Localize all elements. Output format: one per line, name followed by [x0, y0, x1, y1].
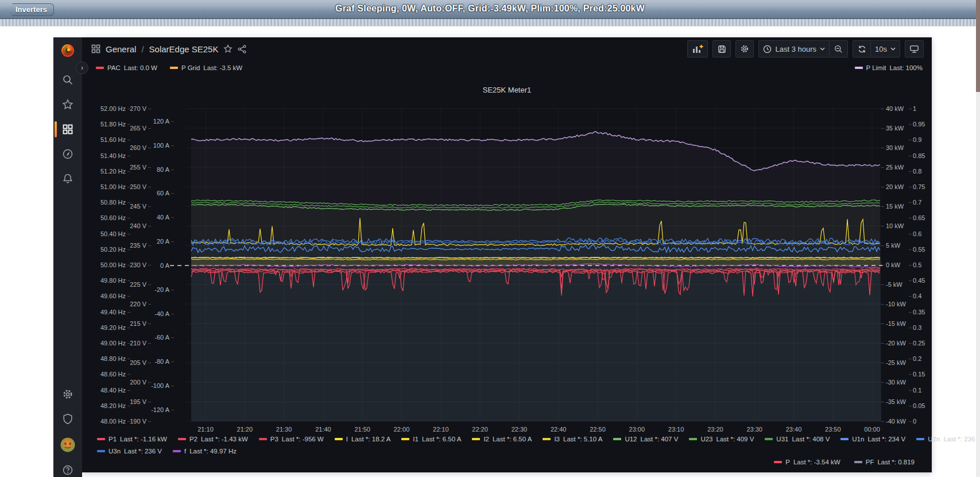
x-axis-label: 23:30 — [746, 426, 762, 433]
refresh-group: 10s — [853, 40, 900, 57]
axis-tick-mark — [909, 374, 912, 375]
legend-swatch — [96, 67, 104, 69]
share-icon[interactable] — [238, 45, 246, 53]
legend-item-p1[interactable]: P1Last *: -1.16 kW — [97, 436, 167, 443]
legend-item-i3[interactable]: I3Last *: 5.10 A — [543, 436, 602, 443]
legend-bottom-row-2: U3nLast *: 236 VfLast *: 49.97 Hz — [97, 448, 237, 455]
legend-value: Last *: -1.43 kW — [201, 436, 248, 443]
refresh-icon — [858, 45, 866, 53]
sidebar-item-dashboards[interactable] — [53, 120, 82, 139]
legend-item-u2n[interactable]: U2nLast *: 236 V — [916, 436, 980, 443]
sidebar-item-explore[interactable] — [53, 144, 82, 164]
sidebar-expand-button[interactable]: › — [76, 61, 88, 74]
time-range-button[interactable]: Last 3 hours — [758, 40, 830, 57]
legend-item-i[interactable]: ILast *: 18.2 A — [335, 436, 391, 443]
legend-item-u31[interactable]: U31Last *: 408 V — [765, 436, 830, 443]
axis-tick-mark — [909, 280, 912, 281]
axis-tick-label: 195 V — [106, 398, 146, 405]
x-axis-label: 22:40 — [551, 426, 567, 433]
axis-tick-mark — [148, 402, 151, 402]
axis-tick-mark — [881, 304, 884, 305]
legend-item-pf[interactable]: PFLast *: 0.819 — [854, 459, 915, 466]
legend-label: PF — [866, 459, 874, 466]
legend-item-i1[interactable]: I1Last *: 6.50 A — [401, 436, 461, 443]
axis-tick-label: 0.75 — [913, 183, 942, 190]
sidebar-item-search[interactable] — [53, 70, 82, 90]
legend-swatch — [689, 438, 697, 440]
axis-tick-mark — [171, 145, 174, 146]
legend-item-p2[interactable]: P2Last *: -1.43 kW — [178, 436, 248, 443]
axis-tick-label: 270 V — [106, 105, 146, 112]
grafana-logo-icon — [60, 43, 75, 58]
legend-swatch — [178, 438, 186, 440]
add-panel-button[interactable] — [687, 40, 708, 57]
axis-tick-mark — [909, 140, 912, 140]
legend-item-p-limit[interactable]: P LimitLast: 100% — [855, 64, 923, 71]
sidebar-item-starred[interactable] — [53, 95, 82, 114]
axis-tick-label: 30 kW — [886, 144, 915, 151]
axis-tick-mark — [127, 374, 130, 375]
axis-tick-label: 250 V — [106, 183, 146, 190]
legend-top-right: P LimitLast: 100% — [855, 64, 923, 71]
legend-value: Last *: 234 V — [867, 436, 905, 443]
legend-item-u12[interactable]: U12Last *: 407 V — [613, 436, 678, 443]
axis-tick-label: -30 kW — [886, 379, 915, 386]
axis-tick-mark — [881, 187, 884, 187]
save-dashboard-button[interactable] — [712, 40, 731, 57]
x-axis-label: 21:30 — [276, 426, 292, 433]
legend-item-p3[interactable]: P3Last *: -956 W — [259, 436, 324, 443]
dashboard-settings-button[interactable] — [735, 40, 754, 57]
legend-item-u3n[interactable]: U3nLast *: 236 V — [97, 448, 162, 455]
sidebar-item-configuration[interactable] — [53, 384, 82, 404]
legend-item-p[interactable]: PLast *: -3.54 kW — [774, 459, 840, 466]
legend-item-f[interactable]: fLast *: 49.97 Hz — [173, 448, 237, 455]
axis-tick-mark — [148, 109, 151, 109]
axis-tick-label: 0.05 — [913, 402, 942, 409]
refresh-button[interactable] — [853, 40, 871, 57]
legend-item-u1n[interactable]: U1nLast *: 234 V — [840, 436, 905, 443]
star-dashboard-icon[interactable] — [223, 44, 233, 53]
legend-swatch — [543, 438, 551, 440]
legend-item-pac[interactable]: PACLast: 0.0 W — [96, 64, 157, 71]
breadcrumb-section[interactable]: General — [106, 44, 136, 54]
sidebar-item-help[interactable] — [53, 460, 82, 477]
x-axis-label: 23:40 — [786, 426, 802, 433]
legend-value: Last *: 5.10 A — [563, 436, 602, 443]
axis-tick-label: 48.60 Hz — [86, 371, 126, 378]
shield-icon — [62, 413, 73, 425]
legend-swatch — [765, 438, 773, 440]
zoom-out-button[interactable] — [830, 40, 848, 57]
titlebar-stripe-band — [0, 19, 980, 26]
legend-swatch — [472, 438, 480, 440]
axis-tick-mark — [881, 382, 884, 383]
axis-tick-label: -5 kW — [886, 281, 915, 288]
axis-tick-mark — [171, 266, 174, 266]
legend-item-u23[interactable]: U23Last *: 409 V — [689, 436, 754, 443]
breadcrumb-dashboard-title[interactable]: SolarEdge SE25K — [149, 44, 219, 54]
gear-icon — [740, 44, 749, 53]
breadcrumb: General / SolarEdge SE25K — [91, 44, 246, 54]
grafana-logo[interactable] — [53, 41, 82, 60]
page-scrollbar[interactable] — [976, 0, 980, 477]
kiosk-mode-button[interactable] — [905, 40, 924, 57]
legend-label: U1n — [852, 436, 864, 443]
sidebar-item-profile[interactable] — [53, 435, 82, 455]
legend-swatch — [173, 450, 181, 452]
refresh-interval-dropdown[interactable]: 10s — [871, 40, 900, 57]
legend-item-p-grid[interactable]: P GridLast: -3.5 kW — [170, 64, 242, 71]
axis-tick-mark — [881, 206, 884, 207]
panel-title[interactable]: SE25K Meter1 — [82, 86, 932, 94]
clock-icon — [763, 45, 772, 53]
legend-swatch — [97, 450, 105, 452]
legend-item-i2[interactable]: I2Last *: 6.50 A — [472, 436, 532, 443]
axis-tick-mark — [171, 386, 174, 386]
axis-tick-label: 245 V — [106, 203, 146, 210]
legend-swatch — [916, 438, 924, 440]
x-axis-label: 21:40 — [315, 426, 331, 433]
sidebar-item-alerting[interactable] — [53, 169, 82, 189]
axis-tick-mark — [909, 296, 912, 297]
dashboard-toolbar: Last 3 hours — [687, 40, 924, 57]
axis-tick-mark — [881, 265, 884, 266]
sidebar-item-server-admin[interactable] — [53, 409, 82, 429]
scrollbar-thumb[interactable] — [976, 0, 980, 92]
